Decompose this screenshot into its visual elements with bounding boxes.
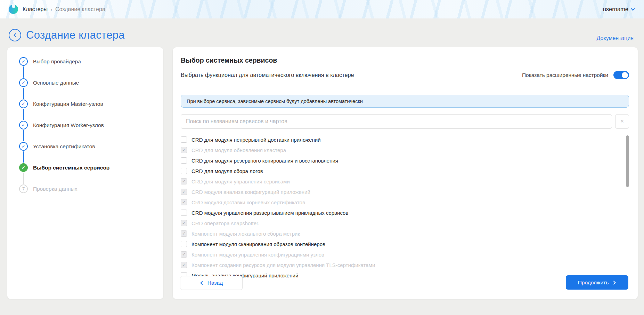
search-input[interactable]: [181, 114, 612, 129]
step-connector: [23, 66, 24, 78]
step-connector: [23, 151, 24, 163]
service-row: ✓ CRD для модуля обновления кластера: [181, 145, 621, 155]
service-row: ✓ Компонент модуля локального сбора метр…: [181, 228, 621, 239]
top-navbar: Кластеры › Создание кластера username: [0, 0, 644, 18]
search-row: ×: [181, 114, 629, 129]
stepper-step[interactable]: ✓ Основные данные: [19, 78, 156, 87]
service-checkbox[interactable]: ✓: [181, 178, 187, 184]
service-row: CRD для модуля резервного копирования и …: [181, 155, 621, 166]
service-checkbox[interactable]: ✓: [181, 199, 187, 205]
service-label: CRD для модуля управления сервисами: [191, 179, 290, 184]
continue-button[interactable]: Продолжить: [566, 275, 628, 290]
service-row: Модуль анализа конфигураций приложений: [181, 270, 621, 278]
step-status-icon: ✓: [19, 100, 28, 108]
stepper-step[interactable]: ✓ Конфигурация Master-узлов: [19, 100, 156, 108]
service-checkbox[interactable]: [181, 210, 187, 216]
service-checkbox[interactable]: [181, 241, 187, 247]
breadcrumb-separator-icon: ›: [50, 6, 52, 12]
app-logo-icon[interactable]: [9, 5, 18, 14]
service-label: CRD модуля доставки корневых сертификато…: [191, 199, 305, 205]
service-row: ✓ Компонент модуля управления конфигурац…: [181, 249, 621, 260]
system-services-panel: Выбор системных сервисов Выбрать функцио…: [173, 47, 638, 299]
step-label: Проверка данных: [33, 186, 77, 192]
service-label: CRD для модуля обновления кластера: [191, 147, 286, 153]
back-button[interactable]: Назад: [180, 276, 243, 290]
page-title: Создание кластера: [26, 29, 125, 41]
step-status-icon: ✓: [19, 163, 28, 172]
chevron-right-icon: [612, 281, 616, 284]
section-heading: Выбор системных сервисов: [181, 56, 277, 64]
step-status-icon: ✓: [19, 78, 28, 87]
service-label: Компонент создания ресурсов для модуля у…: [191, 262, 375, 268]
breadcrumb-current: Создание кластера: [55, 6, 105, 12]
page-header: Создание кластера Документация: [0, 18, 644, 41]
service-row: ✓ Компонент создания ресурсов для модуля…: [181, 260, 621, 270]
arrow-left-icon: [14, 33, 17, 37]
step-connector: [23, 173, 24, 184]
advanced-settings-toggle[interactable]: [613, 71, 629, 79]
toggle-label: Показать расширенные настройки: [522, 72, 608, 78]
chevron-down-icon: [631, 7, 635, 10]
stepper-step[interactable]: ✓ Выбор провайдера: [19, 57, 156, 66]
continue-button-label: Продолжить: [578, 279, 609, 286]
step-status-icon: ✓: [19, 57, 28, 66]
service-checkbox[interactable]: [181, 136, 187, 143]
service-row: ✓ CRD модуля анализа конфигураций прилож…: [181, 187, 621, 197]
documentation-link[interactable]: Документация: [597, 35, 634, 41]
list-scrollbar[interactable]: [626, 135, 629, 187]
clear-search-button[interactable]: ×: [615, 114, 629, 129]
service-label: CRD оператора snapshotter.: [191, 220, 259, 226]
service-row: CRD модуля управления развертыванием при…: [181, 207, 621, 218]
service-row: ✓ CRD для модуля управления сервисами: [181, 176, 621, 187]
user-menu[interactable]: username: [603, 6, 634, 13]
step-status-icon: 7: [19, 184, 28, 193]
service-row: CRD для модуля непрерывной доставки прил…: [181, 134, 621, 145]
service-row: Компонент модуля сканирования образов ко…: [181, 239, 621, 249]
step-connector: [23, 88, 24, 99]
info-banner: При выборе сервиса, зависимые сервисы бу…: [181, 95, 629, 108]
advanced-settings-toggle-row: Показать расширенные настройки: [522, 71, 629, 79]
stepper-step[interactable]: 7 Проверка данных: [19, 184, 156, 193]
breadcrumb-root[interactable]: Кластеры: [23, 6, 48, 12]
section-subtitle: Выбрать функционал для автоматического в…: [181, 72, 354, 78]
step-status-icon: ✓: [19, 121, 28, 129]
step-label: Выбор системных сервисов: [33, 165, 109, 171]
back-arrow-button[interactable]: [9, 29, 21, 41]
toggle-knob: [622, 72, 628, 78]
service-checkbox[interactable]: [181, 157, 187, 164]
stepper-step[interactable]: ✓ Конфигурация Worker-узлов: [19, 121, 156, 129]
service-checkbox[interactable]: [181, 168, 187, 174]
service-row: ✓ CRD оператора snapshotter.: [181, 218, 621, 228]
service-label: Компонент модуля сканирования образов ко…: [191, 241, 325, 247]
chevron-left-icon: [200, 281, 204, 285]
service-label: CRD модуля управления развертыванием при…: [191, 210, 348, 216]
stepper-step[interactable]: ✓ Выбор системных сервисов: [19, 163, 156, 172]
service-checkbox[interactable]: ✓: [181, 230, 187, 237]
close-icon: ×: [620, 118, 624, 125]
service-label: Компонент модуля управления конфигурация…: [191, 252, 324, 258]
step-label: Выбор провайдера: [33, 58, 81, 65]
service-label: CRD для модуля сбора логов: [191, 168, 263, 174]
breadcrumb: Кластеры › Создание кластера: [23, 6, 105, 13]
info-banner-text: При выборе сервиса, зависимые сервисы бу…: [187, 99, 363, 104]
step-label: Конфигурация Master-узлов: [33, 101, 103, 107]
service-checkbox[interactable]: ✓: [181, 147, 187, 153]
service-label: CRD для модуля резервного копирования и …: [191, 158, 338, 164]
step-status-icon: ✓: [19, 142, 28, 151]
service-row: ✓ CRD модуля доставки корневых сертифика…: [181, 197, 621, 207]
step-connector: [23, 130, 24, 141]
step-connector: [23, 109, 24, 120]
service-row: CRD для модуля сбора логов: [181, 166, 621, 176]
step-label: Конфигурация Worker-узлов: [33, 122, 104, 128]
stepper: ✓ Выбор провайдера ✓ Основные данные ✓ К…: [19, 57, 156, 193]
service-label: CRD модуля анализа конфигураций приложен…: [191, 189, 310, 195]
service-label: Компонент модуля локального сбора метрик: [191, 231, 300, 237]
step-label: Установка сертификатов: [33, 143, 95, 150]
service-checkbox[interactable]: ✓: [181, 189, 187, 195]
service-checkbox[interactable]: ✓: [181, 220, 187, 226]
stepper-step[interactable]: ✓ Установка сертификатов: [19, 142, 156, 151]
wizard-stepper-panel: ✓ Выбор провайдера ✓ Основные данные ✓ К…: [7, 47, 163, 299]
service-checkbox[interactable]: ✓: [181, 251, 187, 258]
username-label: username: [603, 6, 628, 13]
service-checkbox[interactable]: ✓: [181, 262, 187, 268]
